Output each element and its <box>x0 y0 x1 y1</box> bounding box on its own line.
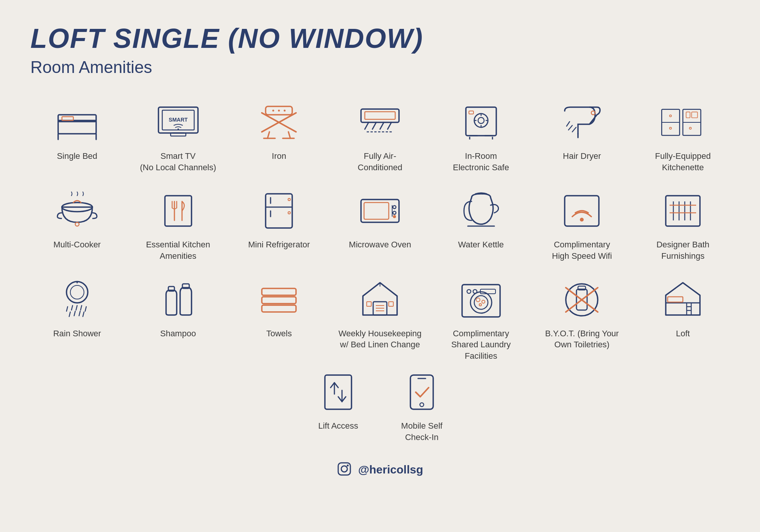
svg-line-92 <box>74 311 75 316</box>
kitchenette-label: Fully-EquippedKitchenette <box>655 150 711 173</box>
svg-point-111 <box>482 300 485 303</box>
svg-rect-35 <box>469 111 473 114</box>
svg-point-110 <box>476 298 480 302</box>
water-kettle-label: Water Kettle <box>458 239 504 250</box>
svg-rect-127 <box>325 375 352 409</box>
mini-fridge-icon <box>252 188 306 234</box>
svg-point-75 <box>580 218 584 222</box>
amenity-air-conditioned: Fully Air-Conditioned <box>333 100 427 173</box>
svg-point-16 <box>284 110 286 112</box>
microwave-label: Microwave Oven <box>349 239 411 250</box>
bottom-amenities-row: Lift Access Mobile SelfCheck-In <box>30 369 730 443</box>
svg-rect-97 <box>262 288 296 295</box>
kitchen-amenities-label: Essential KitchenAmenities <box>146 239 210 261</box>
svg-rect-52 <box>692 112 697 118</box>
svg-point-113 <box>467 290 471 293</box>
rain-shower-icon <box>51 277 104 323</box>
shampoo-icon <box>152 277 205 323</box>
svg-point-72 <box>393 215 396 218</box>
housekeeping-label: Weekly Housekeepingw/ Bed Linen Change <box>339 328 422 350</box>
svg-point-48 <box>670 127 671 129</box>
byot-label: B.Y.O.T. (Bring YourOwn Toiletries) <box>545 328 619 350</box>
towels-icon <box>252 277 306 323</box>
lift-access-icon <box>312 369 365 415</box>
bath-furnishings-icon <box>656 188 709 234</box>
mini-fridge-label: Mini Refrigerator <box>248 239 310 250</box>
air-conditioned-icon <box>353 100 407 145</box>
amenity-wifi: ComplimentaryHigh Speed Wifi <box>535 188 629 261</box>
svg-rect-130 <box>410 375 433 409</box>
svg-line-87 <box>71 306 73 310</box>
svg-rect-0 <box>58 120 96 134</box>
svg-point-47 <box>670 115 671 117</box>
amenity-single-bed: Single Bed <box>30 100 124 173</box>
svg-line-18 <box>288 132 290 138</box>
amenities-grid: Single Bed SMART Smart TV(No Local Chann… <box>30 100 730 362</box>
byot-icon <box>555 277 608 323</box>
air-conditioned-label: Fully Air-Conditioned <box>358 150 402 173</box>
instagram-handle: @hericollsg <box>358 463 423 476</box>
amenity-mini-fridge: Mini Refrigerator <box>232 188 326 261</box>
hair-dryer-icon <box>555 100 608 145</box>
svg-point-15 <box>278 110 280 112</box>
svg-point-66 <box>288 212 290 214</box>
svg-line-91 <box>69 312 70 317</box>
amenity-iron: Iron <box>232 100 326 173</box>
svg-point-134 <box>341 466 347 472</box>
laundry-icon <box>454 277 508 323</box>
svg-rect-21 <box>361 109 399 122</box>
kitchenette-icon <box>656 100 709 145</box>
svg-rect-56 <box>165 196 192 226</box>
hair-dryer-label: Hair Dryer <box>563 150 601 162</box>
svg-rect-76 <box>666 196 700 226</box>
amenity-hair-dryer: Hair Dryer <box>535 100 629 173</box>
svg-line-94 <box>83 312 84 317</box>
smart-tv-icon: SMART <box>152 100 205 145</box>
svg-point-70 <box>393 206 396 209</box>
svg-rect-102 <box>367 302 371 306</box>
amenity-rain-shower: Rain Shower <box>30 277 124 362</box>
svg-line-90 <box>85 307 86 311</box>
electronic-safe-label: In-RoomElectronic Safe <box>453 150 509 173</box>
svg-rect-98 <box>262 297 296 304</box>
multi-cooker-icon <box>51 188 104 234</box>
water-kettle-icon <box>454 188 508 234</box>
svg-line-41 <box>572 127 576 132</box>
smart-tv-label: Smart TV(No Local Channels) <box>140 150 216 173</box>
svg-point-114 <box>473 290 477 293</box>
svg-point-131 <box>420 403 424 407</box>
multi-cooker-label: Multi-Cooker <box>54 239 101 250</box>
svg-line-89 <box>81 306 82 310</box>
lift-access-label: Lift Access <box>318 420 358 432</box>
microwave-icon <box>353 188 407 234</box>
svg-rect-99 <box>262 305 296 312</box>
svg-line-40 <box>568 125 572 130</box>
main-title: LOFT SINGLE (NO WINDOW) <box>30 23 730 54</box>
iron-icon <box>252 100 306 145</box>
amenity-electronic-safe: In-RoomElectronic Safe <box>434 100 528 173</box>
svg-point-112 <box>479 304 481 306</box>
single-bed-label: Single Bed <box>57 150 97 162</box>
shampoo-label: Shampoo <box>160 328 196 339</box>
svg-line-23 <box>365 122 369 129</box>
single-bed-icon <box>51 100 104 145</box>
towels-label: Towels <box>266 328 292 339</box>
laundry-label: ComplimentaryShared LaundryFacilities <box>451 328 511 362</box>
svg-line-88 <box>76 306 77 310</box>
svg-point-135 <box>347 465 348 467</box>
svg-point-8 <box>177 128 179 130</box>
amenity-water-kettle: Water Kettle <box>434 188 528 261</box>
svg-point-84 <box>70 285 84 299</box>
svg-line-24 <box>372 122 376 129</box>
sub-title: Room Amenities <box>30 58 730 77</box>
svg-point-71 <box>393 211 396 214</box>
amenity-bath-furnishings: Designer BathFurnishings <box>636 188 730 261</box>
wifi-label: ComplimentaryHigh Speed Wifi <box>552 239 612 261</box>
svg-rect-68 <box>364 203 389 219</box>
svg-line-93 <box>79 311 80 316</box>
rain-shower-label: Rain Shower <box>53 328 101 339</box>
svg-point-30 <box>478 117 484 124</box>
svg-line-25 <box>380 122 384 129</box>
wifi-icon <box>555 188 608 234</box>
amenity-shampoo: Shampoo <box>131 277 225 362</box>
